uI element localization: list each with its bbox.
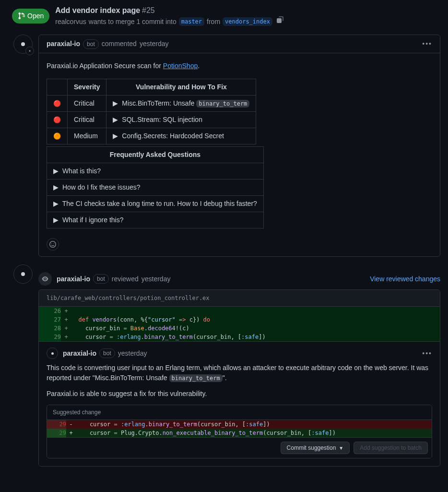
- add-reaction-icon[interactable]: [47, 238, 59, 251]
- svg-point-3: [54, 243, 54, 244]
- table-row: 🔴Critical▶ Misc.BinToTerm: Unsafe binary…: [47, 96, 256, 112]
- head-branch[interactable]: vendors_index: [223, 17, 272, 26]
- bot-badge: bot: [93, 274, 109, 284]
- diff-table: 26+27+ def vendors(conn, %{"cursor" => c…: [39, 307, 440, 341]
- avatar[interactable]: [13, 264, 33, 284]
- faq-row[interactable]: ▶ What if I ignore this?: [47, 212, 264, 228]
- file-path[interactable]: lib/carafe_web/controllers/potion_contro…: [39, 290, 440, 307]
- faq-row[interactable]: ▶ The CI checks take a long time to run.…: [47, 196, 264, 212]
- view-reviewed-changes-link[interactable]: View reviewed changes: [370, 274, 440, 284]
- scan-results-table: Severity Vulnerability and How To Fix 🔴C…: [47, 79, 256, 144]
- severity-dot: 🔴: [47, 112, 68, 128]
- diff-line[interactable]: 28+ cursor_bin = Base.decode64!(c): [39, 324, 440, 333]
- pr-number: #25: [142, 6, 155, 14]
- pr-author[interactable]: realcorvus: [55, 17, 86, 27]
- severity-cell: Critical: [68, 96, 106, 112]
- disclosure-triangle-icon[interactable]: ▶: [53, 199, 59, 209]
- review-author[interactable]: paraxial-io: [57, 274, 90, 284]
- suggestion-box: Suggested change 29- cursor = :erlang.bi…: [47, 405, 432, 458]
- svg-point-0: [29, 50, 30, 51]
- table-row: 🔴Critical▶ SQL.Stream: SQL injection: [47, 112, 256, 128]
- inline-author[interactable]: paraxial-io: [63, 348, 96, 359]
- svg-point-1: [50, 241, 56, 248]
- base-branch[interactable]: master: [179, 17, 204, 26]
- comment-timestamp[interactable]: yesterday: [140, 39, 169, 49]
- disclosure-triangle-icon[interactable]: ▶: [113, 131, 118, 141]
- faq-header: Frequently Asked Questions: [47, 147, 264, 163]
- disclosure-triangle-icon[interactable]: ▶: [53, 182, 59, 192]
- commit-suggestion-button[interactable]: Commit suggestion ▼: [281, 442, 350, 454]
- review-timestamp[interactable]: yesterday: [141, 274, 171, 284]
- bot-sub-badge-icon: [25, 47, 34, 55]
- faq-table: Frequently Asked Questions ▶ What is thi…: [47, 146, 264, 228]
- disclosure-triangle-icon[interactable]: ▶: [113, 115, 118, 125]
- avatar[interactable]: [13, 35, 33, 54]
- disclosure-triangle-icon[interactable]: ▶: [53, 215, 59, 225]
- comment-author[interactable]: paraxial-io: [47, 39, 80, 49]
- git-pull-request-icon: [18, 12, 25, 20]
- disclosure-triangle-icon[interactable]: ▶: [53, 166, 59, 176]
- vulnerability-cell[interactable]: ▶ Misc.BinToTerm: Unsafe binary_to_term: [106, 96, 256, 112]
- review-header: paraxial-io bot reviewed yesterday View …: [38, 264, 448, 289]
- severity-cell: Critical: [68, 112, 106, 128]
- timeline-comment: paraxial-io bot commented yesterday ••• …: [0, 27, 448, 257]
- comment-body: Paraxial.io Application Secure scan for …: [39, 53, 440, 236]
- state-label: Open: [27, 11, 44, 21]
- suggestion-line: 29+ cursor = Plug.Crypto.non_executable_…: [47, 429, 432, 437]
- vulnerability-cell[interactable]: ▶ Config.Secrets: Hardcoded Secret: [106, 128, 256, 144]
- suggestion-line: 29- cursor = :erlang.binary_to_term(curs…: [47, 420, 432, 429]
- pr-title-row: Add vendor index page #25: [55, 5, 440, 16]
- avatar[interactable]: [47, 348, 58, 359]
- severity-dot: 🔴: [47, 96, 68, 112]
- caret-down-icon: ▼: [339, 445, 343, 451]
- col-severity: Severity: [68, 79, 106, 96]
- state-badge: Open: [12, 9, 49, 24]
- potionshop-link[interactable]: PotionShop: [163, 62, 198, 70]
- timeline-review: paraxial-io bot reviewed yesterday View …: [0, 257, 448, 467]
- review-comment: paraxial-io bot yesterday ••• This code …: [39, 341, 440, 466]
- vulnerability-cell[interactable]: ▶ SQL.Stream: SQL injection: [106, 112, 256, 128]
- comment-header: paraxial-io bot commented yesterday •••: [39, 35, 440, 53]
- bot-badge: bot: [83, 39, 99, 49]
- bot-badge: bot: [99, 348, 115, 358]
- diff-line[interactable]: 29+ cursor = :erlang.binary_to_term(curs…: [39, 333, 440, 341]
- diff-line[interactable]: 26+: [39, 307, 440, 315]
- merge-description: realcorvus wants to merge 1 commit into …: [55, 16, 440, 27]
- suggestion-label: Suggested change: [47, 405, 432, 420]
- eye-icon: [38, 272, 52, 286]
- disclosure-triangle-icon[interactable]: ▶: [113, 98, 118, 108]
- svg-point-4: [45, 278, 46, 280]
- diff-box: lib/carafe_web/controllers/potion_contro…: [38, 289, 440, 467]
- faq-row[interactable]: ▶ What is this?: [47, 163, 264, 180]
- comment-menu-icon[interactable]: •••: [422, 39, 432, 49]
- pr-header: Open Add vendor index page #25 realcorvu…: [0, 0, 448, 27]
- copy-branch-icon[interactable]: [275, 16, 286, 27]
- col-vulnerability: Vulnerability and How To Fix: [106, 79, 256, 96]
- add-suggestion-to-batch-button[interactable]: Add suggestion to batch: [354, 442, 428, 454]
- table-row: 🟠Medium▶ Config.Secrets: Hardcoded Secre…: [47, 128, 256, 144]
- inline-timestamp[interactable]: yesterday: [118, 348, 147, 359]
- pr-title[interactable]: Add vendor index page: [55, 6, 140, 14]
- severity-cell: Medium: [68, 128, 106, 144]
- diff-line[interactable]: 27+ def vendors(conn, %{"cursor" => c}) …: [39, 315, 440, 324]
- svg-point-2: [51, 243, 52, 244]
- comment-menu-icon[interactable]: •••: [422, 348, 432, 359]
- severity-dot: 🟠: [47, 128, 68, 144]
- faq-row[interactable]: ▶ How do I fix these issues?: [47, 180, 264, 196]
